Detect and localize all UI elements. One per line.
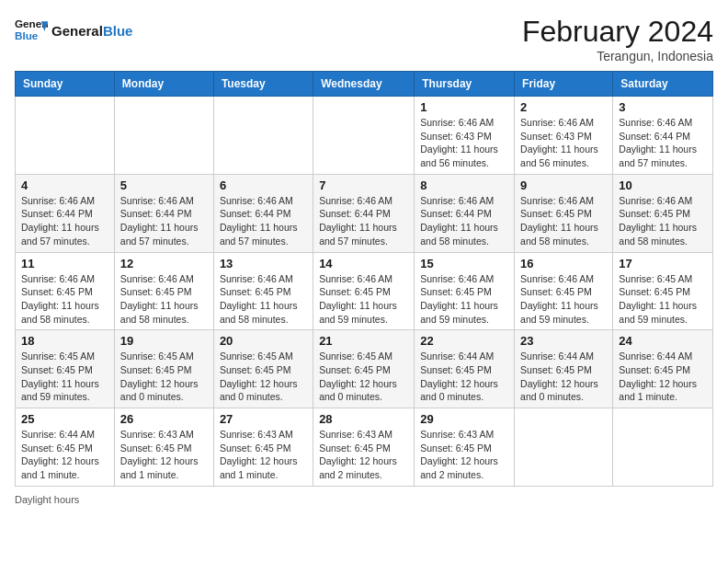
day-info: Sunrise: 6:46 AMSunset: 6:44 PMDaylight:… — [420, 194, 508, 248]
daylight-legend-label: Daylight hours — [15, 494, 79, 505]
calendar-cell: 24Sunrise: 6:44 AMSunset: 6:45 PMDayligh… — [613, 330, 713, 408]
column-header-friday: Friday — [515, 72, 613, 97]
day-info: Sunrise: 6:46 AMSunset: 6:45 PMDaylight:… — [120, 272, 208, 327]
day-number: 17 — [619, 257, 707, 270]
day-info: Sunrise: 6:44 AMSunset: 6:45 PMDaylight:… — [520, 350, 607, 404]
day-number: 18 — [21, 334, 108, 348]
day-info: Sunrise: 6:46 AMSunset: 6:44 PMDaylight:… — [220, 194, 307, 248]
day-number: 29 — [420, 412, 508, 426]
logo-icon: General Blue — [15, 15, 48, 48]
day-info: Sunrise: 6:45 AMSunset: 6:45 PMDaylight:… — [319, 350, 408, 404]
day-info: Sunrise: 6:43 AMSunset: 6:45 PMDaylight:… — [319, 428, 408, 482]
day-info: Sunrise: 6:46 AMSunset: 6:45 PMDaylight:… — [420, 272, 508, 327]
calendar-cell: 14Sunrise: 6:46 AMSunset: 6:45 PMDayligh… — [313, 252, 415, 330]
day-number: 3 — [619, 100, 707, 114]
day-info: Sunrise: 6:46 AMSunset: 6:45 PMDaylight:… — [220, 272, 307, 327]
day-number: 8 — [420, 178, 508, 192]
calendar-cell: 18Sunrise: 6:45 AMSunset: 6:45 PMDayligh… — [16, 330, 115, 408]
day-number: 2 — [520, 100, 607, 114]
calendar-cell: 7Sunrise: 6:46 AMSunset: 6:44 PMDaylight… — [313, 174, 415, 252]
day-info: Sunrise: 6:44 AMSunset: 6:45 PMDaylight:… — [619, 350, 707, 404]
calendar-cell: 19Sunrise: 6:45 AMSunset: 6:45 PMDayligh… — [114, 330, 213, 408]
calendar-cell: 13Sunrise: 6:46 AMSunset: 6:45 PMDayligh… — [213, 252, 313, 330]
logo-text: GeneralBlue — [51, 23, 132, 40]
logo: General Blue GeneralBlue — [15, 15, 132, 48]
calendar-week-row: 4Sunrise: 6:46 AMSunset: 6:44 PMDaylight… — [16, 174, 713, 252]
day-info: Sunrise: 6:46 AMSunset: 6:45 PMDaylight:… — [319, 272, 408, 327]
title-area: February 2024 Terangun, Indonesia — [522, 15, 713, 63]
calendar-cell: 2Sunrise: 6:46 AMSunset: 6:43 PMDaylight… — [515, 97, 613, 175]
calendar-cell — [515, 408, 613, 487]
day-info: Sunrise: 6:46 AMSunset: 6:45 PMDaylight:… — [520, 194, 607, 248]
day-info: Sunrise: 6:46 AMSunset: 6:45 PMDaylight:… — [520, 272, 607, 327]
day-number: 7 — [319, 178, 408, 192]
day-number: 14 — [319, 257, 408, 270]
day-number: 12 — [120, 257, 208, 270]
calendar-cell: 27Sunrise: 6:43 AMSunset: 6:45 PMDayligh… — [213, 408, 313, 487]
day-number: 27 — [220, 412, 307, 426]
day-number: 24 — [619, 334, 707, 348]
calendar-cell: 12Sunrise: 6:46 AMSunset: 6:45 PMDayligh… — [114, 252, 213, 330]
calendar-cell: 4Sunrise: 6:46 AMSunset: 6:44 PMDaylight… — [16, 174, 115, 252]
day-number: 21 — [319, 334, 408, 348]
column-header-thursday: Thursday — [415, 72, 515, 97]
legend-area: Daylight hours — [15, 494, 713, 505]
day-number: 23 — [520, 334, 607, 348]
day-number: 5 — [120, 178, 208, 192]
calendar-cell: 25Sunrise: 6:44 AMSunset: 6:45 PMDayligh… — [16, 408, 115, 487]
day-info: Sunrise: 6:46 AMSunset: 6:43 PMDaylight:… — [520, 116, 607, 170]
day-info: Sunrise: 6:43 AMSunset: 6:45 PMDaylight:… — [220, 428, 307, 482]
day-info: Sunrise: 6:46 AMSunset: 6:44 PMDaylight:… — [619, 116, 707, 170]
calendar-week-row: 25Sunrise: 6:44 AMSunset: 6:45 PMDayligh… — [16, 408, 713, 487]
day-number: 15 — [420, 257, 508, 270]
calendar-cell — [114, 97, 213, 175]
month-year-title: February 2024 — [522, 15, 713, 49]
calendar-week-row: 18Sunrise: 6:45 AMSunset: 6:45 PMDayligh… — [16, 330, 713, 408]
calendar-cell: 8Sunrise: 6:46 AMSunset: 6:44 PMDaylight… — [415, 174, 515, 252]
calendar-cell: 29Sunrise: 6:43 AMSunset: 6:45 PMDayligh… — [415, 408, 515, 487]
day-number: 20 — [220, 334, 307, 348]
column-header-sunday: Sunday — [16, 72, 115, 97]
calendar-week-row: 11Sunrise: 6:46 AMSunset: 6:45 PMDayligh… — [16, 252, 713, 330]
column-header-monday: Monday — [114, 72, 213, 97]
day-info: Sunrise: 6:46 AMSunset: 6:43 PMDaylight:… — [420, 116, 508, 170]
calendar-cell: 15Sunrise: 6:46 AMSunset: 6:45 PMDayligh… — [415, 252, 515, 330]
day-info: Sunrise: 6:45 AMSunset: 6:45 PMDaylight:… — [21, 350, 108, 404]
calendar-cell: 9Sunrise: 6:46 AMSunset: 6:45 PMDaylight… — [515, 174, 613, 252]
calendar-cell: 22Sunrise: 6:44 AMSunset: 6:45 PMDayligh… — [415, 330, 515, 408]
column-header-tuesday: Tuesday — [213, 72, 313, 97]
day-info: Sunrise: 6:46 AMSunset: 6:44 PMDaylight:… — [21, 194, 108, 248]
day-number: 19 — [120, 334, 208, 348]
day-number: 22 — [420, 334, 508, 348]
calendar-cell: 26Sunrise: 6:43 AMSunset: 6:45 PMDayligh… — [114, 408, 213, 487]
header: General Blue GeneralBlue February 2024 T… — [15, 15, 713, 63]
location-subtitle: Terangun, Indonesia — [522, 49, 713, 63]
day-info: Sunrise: 6:46 AMSunset: 6:45 PMDaylight:… — [21, 272, 108, 327]
calendar-cell: 10Sunrise: 6:46 AMSunset: 6:45 PMDayligh… — [613, 174, 713, 252]
day-number: 9 — [520, 178, 607, 192]
calendar-cell — [213, 97, 313, 175]
calendar-cell — [16, 97, 115, 175]
day-info: Sunrise: 6:45 AMSunset: 6:45 PMDaylight:… — [619, 272, 707, 327]
calendar-cell: 28Sunrise: 6:43 AMSunset: 6:45 PMDayligh… — [313, 408, 415, 487]
calendar-cell — [313, 97, 415, 175]
calendar-cell — [613, 408, 713, 487]
day-number: 28 — [319, 412, 408, 426]
day-info: Sunrise: 6:46 AMSunset: 6:44 PMDaylight:… — [120, 194, 208, 248]
day-number: 6 — [220, 178, 307, 192]
day-number: 4 — [21, 178, 108, 192]
day-number: 26 — [120, 412, 208, 426]
calendar-cell: 6Sunrise: 6:46 AMSunset: 6:44 PMDaylight… — [213, 174, 313, 252]
calendar-cell: 16Sunrise: 6:46 AMSunset: 6:45 PMDayligh… — [515, 252, 613, 330]
day-number: 1 — [420, 100, 508, 114]
calendar-cell: 17Sunrise: 6:45 AMSunset: 6:45 PMDayligh… — [613, 252, 713, 330]
day-info: Sunrise: 6:45 AMSunset: 6:45 PMDaylight:… — [220, 350, 307, 404]
day-number: 10 — [619, 178, 707, 192]
calendar-cell: 23Sunrise: 6:44 AMSunset: 6:45 PMDayligh… — [515, 330, 613, 408]
day-info: Sunrise: 6:43 AMSunset: 6:45 PMDaylight:… — [420, 428, 508, 482]
calendar-cell: 20Sunrise: 6:45 AMSunset: 6:45 PMDayligh… — [213, 330, 313, 408]
svg-text:Blue: Blue — [15, 29, 39, 41]
day-number: 11 — [21, 257, 108, 270]
column-header-wednesday: Wednesday — [313, 72, 415, 97]
day-number: 16 — [520, 257, 607, 270]
